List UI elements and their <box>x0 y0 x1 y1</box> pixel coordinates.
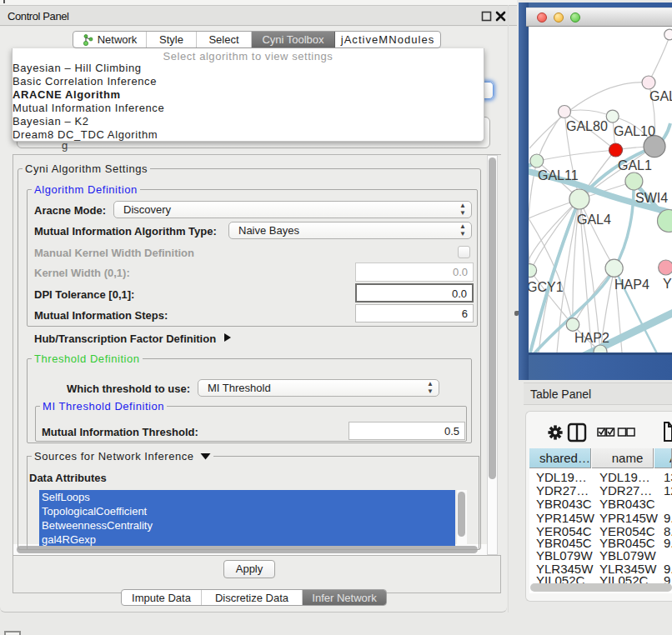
svg-text:GAL80: GAL80 <box>566 119 608 133</box>
svg-text:GAL11: GAL11 <box>538 168 579 182</box>
svg-text:GCY1: GCY1 <box>529 280 564 294</box>
svg-text:GAL4: GAL4 <box>577 212 611 227</box>
svg-text:GAL1: GAL1 <box>618 158 652 172</box>
svg-text:GAL10: GAL10 <box>614 124 655 138</box>
svg-text:HAP4: HAP4 <box>614 278 649 292</box>
svg-text:HAP2: HAP2 <box>574 331 609 345</box>
svg-text:GAL7: GAL7 <box>649 89 672 103</box>
svg-text:YP: YP <box>663 277 672 291</box>
svg-text:SWI4: SWI4 <box>635 191 668 205</box>
